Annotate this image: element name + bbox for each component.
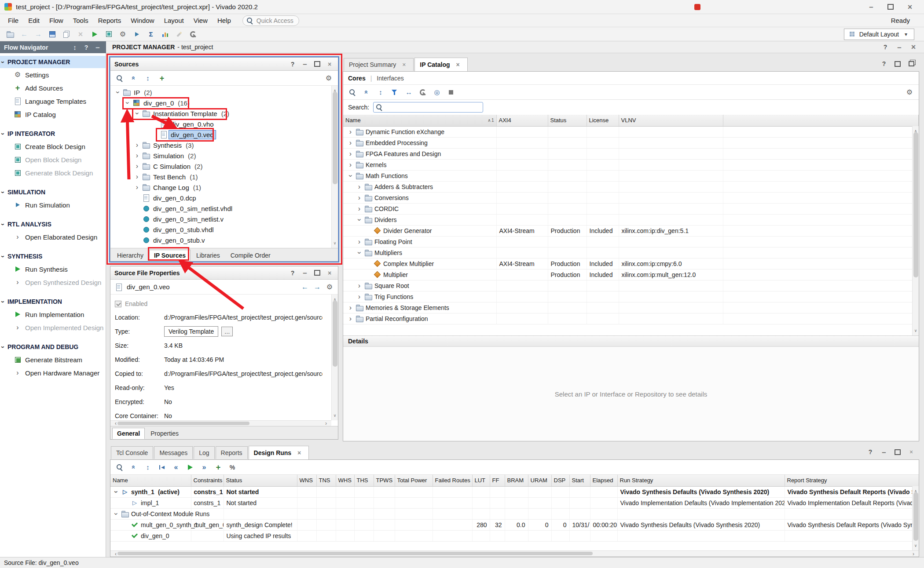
expander-icon[interactable] — [122, 532, 129, 540]
flow-nav-entry[interactable]: IMPLEMENTATION — [0, 295, 106, 308]
flow-nav-entry[interactable]: IP INTEGRATOR — [0, 127, 106, 140]
ip-catalog-row[interactable]: Floating Point — [343, 236, 919, 247]
column-header[interactable]: VLNV — [619, 115, 723, 126]
column-header[interactable]: THS — [354, 475, 374, 486]
expander-icon[interactable] — [122, 499, 129, 507]
expander-icon[interactable] — [133, 141, 141, 149]
column-header[interactable]: Report Strategy — [785, 475, 919, 486]
results-tab[interactable]: Tcl Console — [111, 446, 153, 459]
menu-item[interactable]: Reports — [94, 15, 126, 26]
save-icon[interactable] — [46, 29, 59, 40]
ip-catalog-row[interactable]: Kernels — [343, 159, 919, 170]
ip-catalog-row[interactable]: Dynamic Function eXchange — [343, 126, 919, 137]
add-sources-icon[interactable] — [155, 73, 169, 84]
design-run-row[interactable]: mult_gen_0_synth_1 mult_gen_0 synth_desi… — [110, 519, 919, 530]
close-icon[interactable] — [325, 60, 334, 69]
flow-nav-entry[interactable]: SYNTHESIS — [0, 250, 106, 262]
properties-tab[interactable]: Properties — [146, 428, 183, 439]
expander-icon[interactable] — [347, 138, 354, 147]
ip-catalog-row[interactable]: Divider Generator AXI4-Stream Production… — [343, 225, 919, 236]
source-tree-item[interactable]: div_gen_0.dcp — [110, 193, 338, 203]
ip-catalog-row[interactable]: Multiplier Production Included xilinx.co… — [343, 269, 919, 280]
ip-catalog-row[interactable]: Conversions — [343, 192, 919, 203]
board-icon[interactable] — [102, 29, 115, 40]
flow-nav-entry[interactable]: Generate Block Design — [0, 166, 106, 179]
column-header[interactable]: TPWS — [374, 475, 395, 486]
vertical-scrollbar[interactable] — [912, 126, 919, 335]
close-tab-icon[interactable] — [295, 448, 304, 457]
expander-icon[interactable] — [114, 88, 121, 97]
design-run-row[interactable]: Out-of-Context Module Runs — [110, 508, 919, 519]
layout-selector[interactable]: Default Layout — [844, 29, 914, 40]
flow-nav-entry[interactable]: Create Block Design — [0, 140, 106, 153]
flow-nav-entry[interactable]: Open Elaborated Design — [0, 230, 106, 244]
column-header[interactable]: Status — [224, 475, 297, 486]
report-icon[interactable] — [158, 29, 172, 40]
menu-item[interactable]: Edit — [24, 15, 44, 26]
source-tree-item[interactable]: div_gen_0.vho — [110, 119, 338, 129]
menu-item[interactable]: File — [4, 15, 23, 26]
minimize-icon[interactable] — [301, 269, 309, 277]
flow-nav-entry[interactable]: PROGRAM AND DEBUG — [0, 341, 106, 353]
column-header[interactable]: Total Power — [395, 475, 433, 486]
ip-catalog-row[interactable]: Partial Reconfiguration — [343, 313, 919, 324]
ip-catalog-row[interactable]: Square Root — [343, 280, 919, 291]
ip-catalog-row[interactable]: FPGA Features and Design — [343, 148, 919, 159]
run-icon[interactable] — [88, 29, 101, 40]
sources-tab[interactable]: Compile Order — [226, 250, 275, 261]
document-tab[interactable]: IP Catalog — [414, 58, 467, 71]
results-tab[interactable]: Log — [194, 446, 214, 459]
expand-collapse-icon[interactable] — [70, 43, 79, 52]
search-icon[interactable] — [113, 73, 126, 84]
expander-icon[interactable] — [112, 488, 120, 496]
horizontal-scrollbar[interactable] — [110, 550, 919, 557]
flow-nav-entry[interactable]: RTL ANALYSIS — [0, 218, 106, 230]
float-icon[interactable] — [893, 59, 902, 68]
next-object-icon[interactable] — [313, 283, 322, 291]
expander-icon[interactable] — [356, 281, 363, 290]
ip-catalog-row[interactable]: Dividers — [343, 214, 919, 225]
expander-icon[interactable] — [347, 149, 354, 158]
expander-icon[interactable] — [356, 193, 363, 202]
expander-icon[interactable] — [364, 270, 372, 279]
expander-icon[interactable] — [124, 98, 131, 107]
scroll-thumb[interactable] — [333, 301, 337, 367]
percentage-icon[interactable] — [226, 462, 239, 473]
previous-step-icon[interactable] — [169, 462, 183, 473]
sources-tab[interactable]: Libraries — [191, 250, 225, 261]
quick-access[interactable]: Quick Access — [242, 15, 299, 26]
expander-icon[interactable] — [122, 521, 129, 529]
expander-icon[interactable] — [364, 226, 372, 235]
browse-button[interactable] — [221, 327, 233, 336]
sources-tab[interactable]: IP Sources — [149, 250, 191, 261]
edit-icon[interactable] — [172, 29, 186, 40]
expander-icon[interactable] — [133, 193, 141, 202]
expander-icon[interactable] — [347, 127, 354, 136]
help-icon[interactable] — [288, 269, 297, 277]
view-options-icon[interactable] — [444, 87, 458, 98]
ip-catalog-row[interactable]: Multipliers — [343, 247, 919, 258]
expander-icon[interactable] — [347, 160, 354, 169]
expander-icon[interactable] — [133, 215, 141, 223]
expander-icon[interactable] — [356, 215, 363, 224]
expander-icon[interactable] — [133, 183, 141, 192]
document-tab[interactable]: Project Summary — [344, 58, 414, 71]
ip-catalog-row[interactable]: Adders & Subtracters — [343, 181, 919, 192]
flow-nav-entry[interactable]: Open Block Design — [0, 153, 106, 166]
menu-item[interactable]: View — [189, 15, 212, 26]
copy-icon[interactable] — [60, 29, 73, 40]
flow-nav-entry[interactable]: Add Sources — [0, 81, 106, 95]
column-header[interactable]: Status — [548, 115, 587, 126]
menu-item[interactable]: Flow — [45, 15, 68, 26]
close-tab-icon[interactable] — [454, 60, 462, 69]
vertical-scrollbar[interactable] — [331, 86, 338, 248]
horizontal-scrollbar[interactable] — [110, 420, 331, 426]
column-header[interactable]: BRAM — [505, 475, 528, 486]
flow-nav-entry[interactable]: Run Synthesis — [0, 262, 106, 276]
flow-nav-entry[interactable]: Settings — [0, 68, 106, 81]
collapse-all-icon[interactable] — [360, 87, 373, 98]
previous-object-icon[interactable] — [301, 283, 309, 291]
settings-gear-icon[interactable] — [322, 73, 335, 84]
help-icon[interactable] — [288, 60, 297, 69]
open-icon[interactable] — [4, 29, 17, 40]
